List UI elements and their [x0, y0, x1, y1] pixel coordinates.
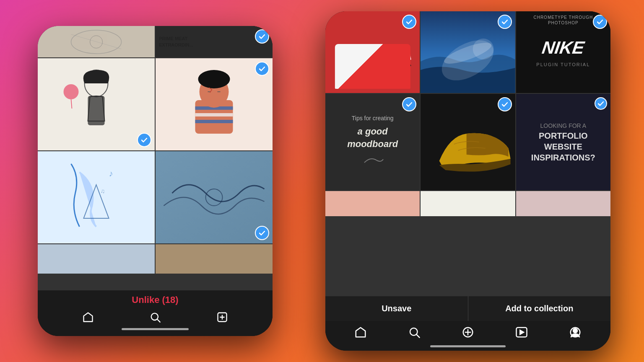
- svg-point-15: [198, 70, 230, 88]
- svg-point-34: [473, 39, 494, 59]
- cell-partial-p2-1: [325, 191, 420, 216]
- check-badge-colored: [255, 62, 269, 76]
- cell-sketch-topleft: [38, 26, 155, 57]
- phone2-screen: CHROMETYPE THROUGH PHOTOSHOP NIKE PLUGIN…: [325, 11, 610, 351]
- phone2-grid: CHROMETYPE THROUGH PHOTOSHOP NIKE PLUGIN…: [325, 11, 610, 296]
- cell-prime-meat: PRIME MEATEXTRAORDIN...: [156, 26, 273, 57]
- nike-logo-text: NIKE: [541, 38, 586, 58]
- check-badge-prime: [255, 29, 269, 44]
- svg-rect-6: [88, 96, 105, 125]
- cell-moodboard: Tips for creating a good moodboard: [325, 94, 420, 190]
- cell-yellow-shoe: [421, 94, 515, 190]
- svg-point-7: [64, 84, 79, 99]
- svg-rect-18: [38, 151, 155, 243]
- check-badge-ocean: [498, 15, 512, 29]
- cell-girl-drawing: [38, 58, 155, 150]
- svg-rect-12: [195, 113, 233, 116]
- cell-blue-art: ♪ ♫: [38, 151, 155, 243]
- check-badge-shoe2: [498, 97, 512, 111]
- check-badge-girl: [137, 133, 151, 147]
- phone1-bottom: Unlike (18): [38, 290, 273, 336]
- phone1-screen: PRIME MEATEXTRAORDIN...: [38, 26, 273, 336]
- cell-ocean: [421, 11, 515, 93]
- moodboard-text: Tips for creating a good moodboard: [332, 114, 413, 170]
- svg-point-43: [573, 328, 577, 333]
- cell-partial-p2-3: [516, 191, 610, 216]
- add-to-collection-button[interactable]: Add to collection: [468, 296, 611, 321]
- phone2-reels-icon[interactable]: [515, 326, 528, 340]
- phone2-profile-icon[interactable]: [569, 326, 582, 340]
- check-badge-moodboard: [402, 97, 416, 111]
- svg-text:♪: ♪: [109, 169, 113, 178]
- nike-plugin-label: PLUGIN TUTORIAL: [536, 62, 590, 67]
- check-badge-portfolio: [595, 97, 607, 110]
- action-bar: Unsave Add to collection: [325, 296, 610, 321]
- check-badge-nike: [593, 15, 607, 29]
- cell-nike: CHROMETYPE THROUGH PHOTOSHOP NIKE PLUGIN…: [516, 11, 610, 93]
- cell-tattoo-art: [156, 151, 273, 243]
- phone1-home-icon[interactable]: [82, 311, 94, 323]
- unlike-button[interactable]: Unlike (18): [132, 295, 178, 305]
- cell-partial-p2-2: [421, 191, 515, 216]
- svg-line-37: [417, 335, 420, 338]
- phone1-nav-bar: [38, 311, 273, 323]
- phone1-home-indicator: [122, 328, 189, 330]
- svg-rect-23: [156, 151, 273, 243]
- svg-text:♫: ♫: [101, 188, 105, 194]
- cell-partial-left: [38, 244, 155, 274]
- cell-sneaker: [325, 11, 420, 93]
- phone1-search-icon[interactable]: [149, 311, 161, 323]
- check-badge-tattoo: [255, 226, 269, 240]
- cell-colored-art: [156, 58, 273, 150]
- phone2-plus-icon[interactable]: [462, 326, 474, 340]
- phone2-home-indicator: [430, 345, 506, 347]
- phones-container: PRIME MEATEXTRAORDIN...: [0, 0, 644, 362]
- cell-partial-right: [156, 244, 273, 274]
- phone2: CHROMETYPE THROUGH PHOTOSHOP NIKE PLUGIN…: [325, 11, 610, 351]
- phone1-grid: PRIME MEATEXTRAORDIN...: [38, 26, 273, 290]
- phone2-home-icon[interactable]: [354, 326, 367, 340]
- portfolio-text: LOOKING FOR A PORTFOLIO WEBSITE INSPIRAT…: [522, 121, 604, 163]
- cell-portfolio: LOOKING FOR A PORTFOLIO WEBSITE INSPIRAT…: [516, 94, 610, 190]
- unsave-button[interactable]: Unsave: [325, 296, 468, 321]
- phone2-search-icon[interactable]: [408, 326, 421, 340]
- phone1-plus-icon[interactable]: [216, 311, 228, 323]
- svg-rect-13: [195, 120, 233, 123]
- phone1: PRIME MEATEXTRAORDIN...: [38, 26, 273, 336]
- svg-line-26: [157, 319, 160, 322]
- phone2-nav-bar: [325, 321, 610, 344]
